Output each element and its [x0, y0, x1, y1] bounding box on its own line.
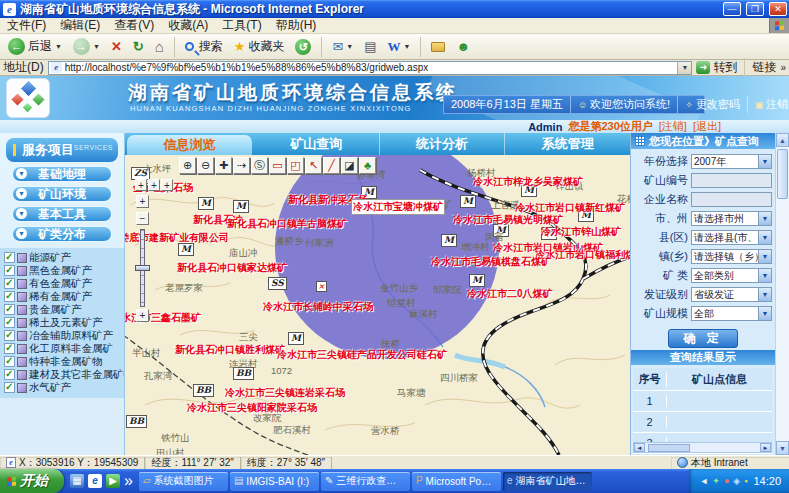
field-control[interactable]: ▼ — [691, 192, 772, 207]
scroll-left-icon[interactable]: ◄ — [634, 443, 645, 452]
mine-marker[interactable]: M — [441, 234, 457, 247]
layer-item[interactable]: 稀土及元素矿产 — [0, 316, 124, 329]
layer-checkbox[interactable] — [4, 252, 15, 263]
pan-button[interactable]: + — [161, 179, 173, 191]
map-tool-button[interactable]: ✚ — [215, 157, 232, 174]
dropdown-arrow-icon[interactable]: ▼ — [758, 231, 771, 244]
sidebar-menu-button[interactable]: ▼ 基本工具 — [12, 206, 112, 222]
layer-item[interactable]: 黑色金属矿产 — [0, 264, 124, 277]
mine-label[interactable]: 冷水江市长铺岭中采石场 — [263, 300, 373, 314]
field-control[interactable]: 全部类别 ▼ — [691, 268, 772, 283]
links-label[interactable]: 链接 — [752, 59, 776, 76]
tray-icon[interactable]: ▪ — [744, 476, 747, 486]
layer-item[interactable]: 建材及其它非金属矿物 — [0, 368, 124, 381]
tab[interactable]: 信息浏览 — [127, 135, 252, 155]
layer-item[interactable]: 冶金辅助原料矿产 — [0, 329, 124, 342]
messenger-button[interactable]: ☻ — [452, 39, 474, 55]
taskbar-task-button[interactable]: e 湖南省矿山地质环... — [503, 472, 592, 491]
map-tool-button[interactable]: ◪ — [341, 157, 358, 174]
folders-button[interactable] — [427, 41, 449, 53]
tray-icon[interactable]: ◈ — [733, 476, 740, 486]
layer-checkbox[interactable] — [4, 382, 15, 393]
horizontal-scrollbar[interactable]: ◄ ► — [633, 442, 772, 453]
sidebar-menu-button[interactable]: ▼ 矿山环境 — [12, 186, 112, 202]
mail-button[interactable]: ✉▼ — [328, 39, 357, 55]
field-control[interactable]: 请选择县(市、 ▼ — [691, 230, 772, 245]
mine-label[interactable]: 新化县石冲口镇羊古脑煤矿 — [227, 217, 347, 231]
layer-item[interactable]: 贵金属矿产 — [0, 303, 124, 316]
dropdown-arrow-icon[interactable]: ▼ — [758, 288, 771, 301]
mine-marker[interactable]: M — [288, 332, 304, 345]
table-row[interactable]: 2 — [633, 412, 772, 433]
map-tool-button[interactable]: ▭ — [269, 157, 286, 174]
mine-marker[interactable]: M — [460, 195, 476, 208]
mine-label[interactable]: 冷水江市三尖镇阳家院采石场 — [187, 401, 317, 415]
map-tool-button[interactable]: ↖ — [305, 157, 322, 174]
field-control[interactable]: ▼ — [691, 173, 772, 188]
map-tool-button[interactable]: ◰ — [287, 157, 304, 174]
layer-checkbox[interactable] — [4, 369, 15, 380]
menu-item[interactable]: 收藏(A) — [161, 17, 215, 34]
mine-label[interactable]: 冷水江市三尖镇硅产品开发公司硅石矿 — [277, 348, 447, 362]
pan-button[interactable]: + — [135, 179, 147, 191]
layer-item[interactable]: 稀有金属矿产 — [0, 290, 124, 303]
logout-bracket-link[interactable]: [注销] — [659, 119, 687, 134]
layer-item[interactable]: 水气矿产 — [0, 381, 124, 394]
mine-label[interactable]: 新化县石冲口镇胜利煤矿 — [175, 343, 285, 357]
mine-marker[interactable]: M — [469, 274, 485, 287]
mine-marker[interactable]: M — [198, 197, 214, 210]
map-tool-button[interactable]: ⇢ — [233, 157, 250, 174]
menu-item[interactable]: 查看(V) — [107, 17, 161, 34]
links-chevron-icon[interactable]: » — [780, 62, 786, 73]
menu-item[interactable]: 编辑(E) — [53, 17, 107, 34]
layer-item[interactable]: 能源矿产 — [0, 251, 124, 264]
mine-label[interactable]: 冷水江市三尖镇连岩采石场 — [225, 386, 345, 400]
mine-label[interactable]: 新化县石冲口镇家达煤矿 — [177, 261, 287, 275]
layer-item[interactable]: 化工原料非金属矿 — [0, 342, 124, 355]
restore-button[interactable]: ❐ — [746, 2, 764, 16]
sidebar-menu-button[interactable]: ▼ 矿类分布 — [12, 226, 112, 242]
mine-label[interactable]: 冷水江市毛易镇棋盘石煤矿 — [431, 255, 551, 269]
table-row[interactable]: 1 — [633, 391, 772, 412]
logout-link[interactable]: ▣注销 — [747, 96, 789, 113]
confirm-button[interactable]: 确 定 — [668, 329, 738, 348]
mine-marker[interactable]: SS — [268, 277, 287, 290]
scroll-down-icon[interactable]: ▼ — [776, 441, 789, 455]
mine-label[interactable]: 冷水江市二0八煤矿 — [467, 287, 553, 301]
map-tool-button[interactable]: Ⓢ — [251, 157, 268, 174]
menu-item[interactable]: 工具(T) — [215, 17, 268, 34]
tray-icon[interactable]: ◄ — [699, 476, 708, 486]
field-control[interactable]: 请选择镇（乡） ▼ — [691, 249, 772, 264]
mine-marker[interactable]: M — [233, 200, 249, 213]
zoom-slider-handle[interactable] — [135, 265, 150, 271]
menu-item[interactable]: 文件(F) — [0, 17, 53, 34]
refresh-button[interactable]: ↻ — [129, 39, 148, 55]
dropdown-arrow-icon[interactable]: ▼ — [758, 155, 771, 168]
vertical-scrollbar[interactable]: ▲ ▼ — [775, 133, 789, 455]
mine-marker[interactable]: BB — [126, 415, 147, 428]
dropdown-arrow-icon[interactable]: ▼ — [758, 212, 771, 225]
map-viewport[interactable]: ⊕⊖✚⇢Ⓢ▭◰↖╱◪♣ + + + + − + ZSMMMMMMMMMMMSS×… — [125, 155, 630, 455]
layer-checkbox[interactable] — [4, 330, 15, 341]
layer-item[interactable]: 有色金属矿产 — [0, 277, 124, 290]
tab[interactable]: 系统管理 — [505, 133, 630, 155]
map-tool-button[interactable]: ╱ — [323, 157, 340, 174]
close-button[interactable]: ✕ — [769, 2, 787, 16]
start-button[interactable]: 开始 — [0, 469, 64, 493]
layer-checkbox[interactable] — [4, 317, 15, 328]
welcome-link[interactable]: ☺欢迎您访问系统! — [570, 96, 677, 113]
layer-checkbox[interactable] — [4, 304, 15, 315]
field-control[interactable]: 2007年 ▼ — [691, 154, 772, 169]
mine-marker[interactable]: × — [316, 281, 327, 292]
stop-button[interactable]: ✕ — [107, 39, 126, 55]
dropdown-arrow-icon[interactable]: ▼ — [758, 269, 771, 282]
taskbar-task-button[interactable]: ▤ IMGIS-BAI (I:) — [230, 472, 319, 491]
go-button[interactable]: ➜ 转到 — [696, 59, 737, 76]
mine-label[interactable]: 冷水江市宝塘冲煤矿 — [351, 199, 445, 215]
layer-item[interactable]: 特种非金属矿物 — [0, 355, 124, 368]
scroll-thumb[interactable] — [777, 149, 788, 199]
tab[interactable]: 统计分析 — [380, 133, 506, 155]
search-button[interactable]: 搜索 — [181, 37, 227, 56]
layer-checkbox[interactable] — [4, 265, 15, 276]
quicklaunch-more-icon[interactable]: » — [124, 472, 133, 490]
